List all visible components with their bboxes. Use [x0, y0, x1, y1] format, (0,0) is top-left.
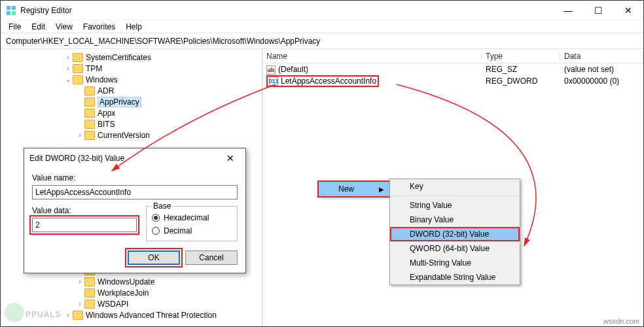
- ctx-new-item[interactable]: New ▶: [319, 182, 389, 196]
- cell-data: 0x00000000 (0): [560, 77, 643, 86]
- list-row[interactable]: 011LetAppsAccessAccountInfoREG_DWORD0x00…: [262, 75, 643, 87]
- tree-item[interactable]: ›TPM: [1, 63, 262, 74]
- window-title: Registry Editor: [20, 6, 553, 15]
- dialog-body: Value name: Value data: Base Hexadecimal…: [24, 168, 245, 273]
- ctx-separator: [391, 196, 518, 196]
- chevron-right-icon: ▶: [379, 186, 384, 193]
- value-icon: 011: [269, 77, 278, 86]
- tree-item[interactable]: Appx: [1, 107, 262, 118]
- mascot-icon: [5, 303, 24, 322]
- ctx-string[interactable]: String Value: [390, 198, 520, 213]
- folder-icon: [73, 311, 83, 320]
- value-data-label: Value data:: [32, 206, 137, 215]
- tree-item[interactable]: ⌄Windows: [1, 74, 262, 85]
- tree-item[interactable]: ADR: [1, 85, 262, 96]
- ctx-expand[interactable]: Expandable String Value: [390, 270, 520, 284]
- chevron-icon: ›: [75, 278, 84, 285]
- menu-edit[interactable]: Edit: [26, 21, 50, 33]
- menu-help[interactable]: Help: [120, 21, 147, 33]
- col-type[interactable]: Type: [482, 52, 560, 61]
- site-watermark: wsxdn.com: [603, 317, 639, 325]
- brand-watermark: PPUALS: [5, 301, 62, 322]
- dialog-close-button[interactable]: ✕: [221, 153, 240, 164]
- chevron-icon: ›: [63, 65, 73, 72]
- folder-icon: [84, 131, 95, 140]
- close-button[interactable]: ✕: [613, 1, 643, 20]
- cell-type: REG_DWORD: [482, 77, 560, 86]
- value-data-input[interactable]: [32, 218, 137, 232]
- tree-item[interactable]: WorkplaceJoin: [1, 287, 262, 298]
- radio-hex[interactable]: Hexadecimal: [152, 213, 232, 222]
- value-name: LetAppsAccessAccountInfo: [281, 77, 376, 86]
- tree-item[interactable]: ›WindowsUpdate: [1, 276, 262, 287]
- context-menu-new[interactable]: New ▶: [318, 181, 390, 197]
- tree-label: TPM: [86, 64, 102, 73]
- address-path: Computer\HKEY_LOCAL_MACHINE\SOFTWARE\Pol…: [6, 37, 320, 46]
- cell-name: ab(Default): [262, 65, 482, 75]
- folder-icon: [84, 109, 95, 118]
- cell-name: 011LetAppsAccessAccountInfo: [262, 75, 482, 87]
- ctx-qword[interactable]: QWORD (64-bit) Value: [390, 241, 520, 256]
- tree-label: WorkplaceJoin: [98, 288, 149, 298]
- app-icon: [6, 5, 16, 16]
- cell-data: (value not set): [560, 65, 643, 74]
- folder-icon: [84, 300, 95, 309]
- dialog-titlebar: Edit DWORD (32-bit) Value ✕: [24, 148, 245, 168]
- window-controls: — ☐ ✕: [553, 1, 643, 20]
- svg-rect-0: [7, 6, 10, 10]
- cell-type: REG_SZ: [482, 65, 560, 74]
- tree-item[interactable]: ›SystemCertificates: [1, 52, 262, 63]
- list-header: Name Type Data: [262, 49, 643, 63]
- maximize-button[interactable]: ☐: [583, 1, 613, 20]
- context-submenu[interactable]: Key String Value Binary Value DWORD (32-…: [389, 179, 520, 285]
- chevron-icon: ›: [63, 54, 73, 61]
- tree-item[interactable]: BITS: [1, 118, 262, 129]
- ok-button[interactable]: OK: [128, 250, 180, 265]
- minimize-button[interactable]: —: [553, 1, 583, 20]
- col-name[interactable]: Name: [262, 52, 482, 61]
- dialog-title: Edit DWORD (32-bit) Value: [29, 154, 221, 163]
- value-name-input[interactable]: [32, 185, 238, 199]
- folder-icon: [73, 53, 83, 62]
- ctx-multi[interactable]: Multi-String Value: [390, 256, 520, 270]
- tree-label: BITS: [98, 120, 115, 129]
- value-icon: ab: [266, 65, 276, 75]
- ctx-binary[interactable]: Binary Value: [390, 213, 520, 227]
- col-data[interactable]: Data: [560, 52, 643, 61]
- folder-icon: [84, 97, 95, 107]
- base-group: Base Hexadecimal Decimal: [146, 206, 238, 241]
- chevron-icon: ⌄: [63, 76, 73, 83]
- ctx-key[interactable]: Key: [390, 179, 520, 194]
- tree-item[interactable]: AppPrivacy: [1, 96, 262, 107]
- cancel-button[interactable]: Cancel: [185, 250, 238, 265]
- list-body: ab(Default)REG_SZ(value not set)011LetAp…: [262, 63, 643, 87]
- ctx-dword[interactable]: DWORD (32-bit) Value: [390, 227, 520, 241]
- menu-view[interactable]: View: [50, 21, 78, 33]
- tree-label: CurrentVersion: [98, 131, 150, 140]
- tree-label: Windows Advanced Threat Protection: [86, 311, 217, 320]
- value-name-label: Value name:: [32, 173, 238, 182]
- tree-item[interactable]: ›CurrentVersion: [1, 129, 262, 141]
- menu-favorites[interactable]: Favorites: [78, 21, 120, 33]
- folder-icon: [73, 75, 83, 84]
- title-bar: Registry Editor — ☐ ✕: [1, 1, 643, 20]
- svg-rect-3: [12, 11, 16, 15]
- svg-rect-2: [7, 11, 10, 15]
- menu-file[interactable]: File: [3, 21, 26, 33]
- chevron-icon: ›: [75, 131, 84, 139]
- edit-dword-dialog: Edit DWORD (32-bit) Value ✕ Value name: …: [24, 148, 246, 273]
- chevron-icon: ›: [75, 300, 84, 307]
- svg-rect-1: [12, 6, 16, 10]
- tree-label: ADR: [98, 86, 114, 95]
- folder-icon: [84, 86, 95, 95]
- radio-icon: [152, 214, 160, 222]
- radio-dec[interactable]: Decimal: [152, 226, 232, 235]
- tree-label: Appx: [98, 109, 115, 118]
- radio-icon: [152, 227, 160, 235]
- list-row[interactable]: ab(Default)REG_SZ(value not set): [262, 63, 643, 75]
- address-bar[interactable]: Computer\HKEY_LOCAL_MACHINE\SOFTWARE\Pol…: [1, 33, 643, 49]
- folder-icon: [84, 288, 95, 298]
- tree-label: Windows: [86, 75, 118, 84]
- folder-icon: [84, 277, 95, 286]
- tree-label: WSDAPI: [98, 300, 128, 309]
